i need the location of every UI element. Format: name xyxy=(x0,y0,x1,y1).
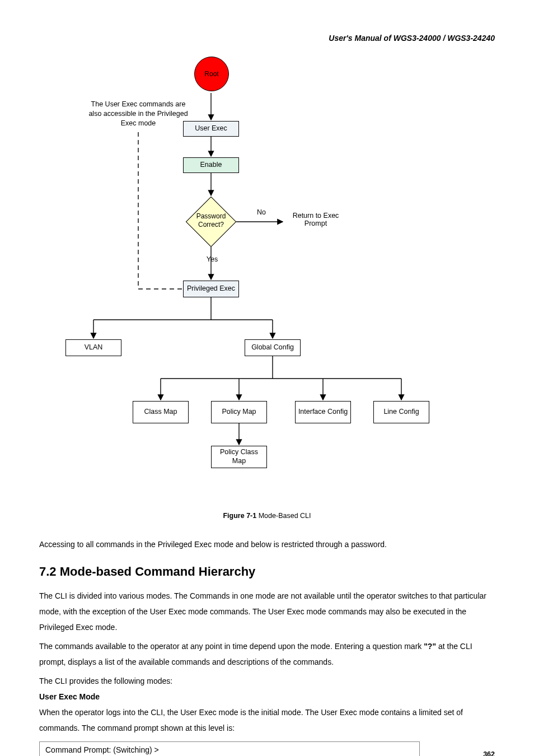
figure-caption-text: Mode-Based CLI xyxy=(256,512,311,520)
node-privileged-exec-label: Privileged Exec xyxy=(187,284,235,293)
label-yes: Yes xyxy=(201,255,223,263)
node-class-map-label: Class Map xyxy=(144,408,177,417)
paragraph-question-mark-pre: The commands available to the operator a… xyxy=(39,642,424,651)
label-return-prompt: Return to Exec Prompt xyxy=(285,212,346,227)
subheading-user-exec: User Exec Mode xyxy=(39,692,495,701)
node-enable-label: Enable xyxy=(200,161,222,170)
paragraph-modes-list-intro: The CLI provides the following modes: xyxy=(39,673,495,689)
paragraph-cli-modes: The CLI is divided into various modes. T… xyxy=(39,588,495,635)
node-enable: Enable xyxy=(183,157,239,173)
node-interface-config-label: Interface Config xyxy=(298,408,348,417)
node-vlan-label: VLAN xyxy=(85,343,103,352)
node-line-config-label: Line Config xyxy=(383,408,419,417)
node-global-config-label: Global Config xyxy=(251,343,294,352)
figure-caption: Figure 7-1 Mode-Based CLI xyxy=(39,512,495,520)
figure-caption-number: Figure 7-1 xyxy=(223,512,256,520)
node-root: Root xyxy=(194,57,229,91)
node-user-exec-label: User Exec xyxy=(195,124,227,133)
node-interface-config: Interface Config xyxy=(295,401,351,423)
node-privileged-exec: Privileged Exec xyxy=(183,281,239,297)
running-header: User's Manual of WGS3-24000 / WGS3-24240 xyxy=(39,34,495,43)
question-mark-bold: "?" xyxy=(424,642,436,651)
node-global-config: Global Config xyxy=(245,339,301,356)
node-policy-class-map-label: Policy Class Map xyxy=(214,448,264,465)
node-user-exec: User Exec xyxy=(183,121,239,137)
page-number: 362 xyxy=(483,750,495,756)
node-line-config: Line Config xyxy=(373,401,429,423)
node-policy-map-label: Policy Map xyxy=(222,408,256,417)
side-note: The User Exec commands are also accessib… xyxy=(88,100,189,128)
node-root-label: Root xyxy=(204,70,218,78)
node-policy-map: Policy Map xyxy=(211,401,267,423)
node-vlan: VLAN xyxy=(65,339,121,356)
document-page: User's Manual of WGS3-24000 / WGS3-24240 xyxy=(0,0,534,756)
mode-based-cli-diagram: Root The User Exec commands are also acc… xyxy=(43,54,491,507)
command-prompt-box: Command Prompt: (Switching) > xyxy=(39,741,420,756)
node-policy-class-map: Policy Class Map xyxy=(211,446,267,468)
paragraph-question-mark: The commands available to the operator a… xyxy=(39,638,495,670)
paragraph-user-exec-desc: When the operator logs into the CLI, the… xyxy=(39,704,495,736)
node-class-map: Class Map xyxy=(133,401,189,423)
section-heading: 7.2 Mode-based Command Hierarchy xyxy=(39,564,495,579)
node-password-decision: Password Correct? xyxy=(186,197,236,247)
paragraph-access-restricted: Accessing to all commands in the Privile… xyxy=(39,536,495,552)
command-prompt-text: Command Prompt: (Switching) > xyxy=(45,745,159,754)
label-no: No xyxy=(250,208,273,216)
node-password-decision-label: Password Correct? xyxy=(186,212,236,229)
